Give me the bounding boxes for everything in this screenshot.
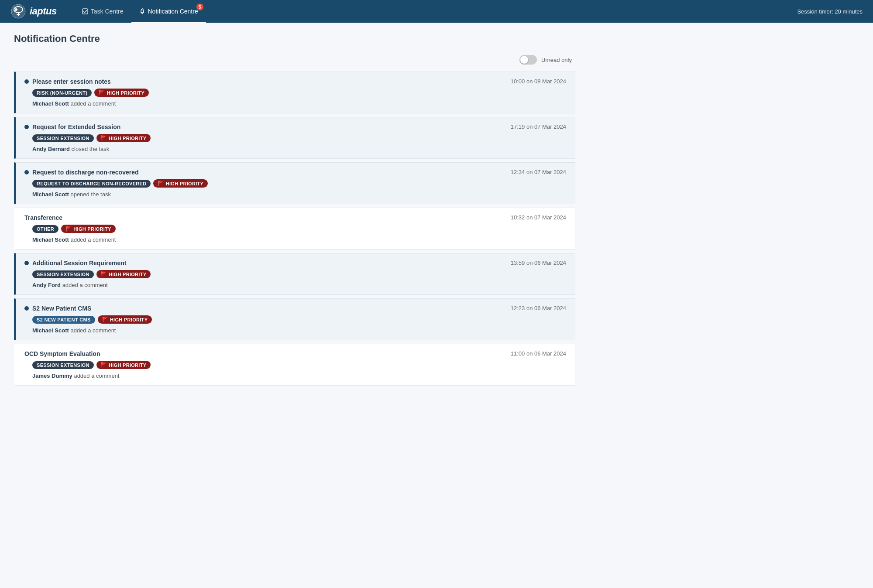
unread-dot	[24, 261, 29, 265]
notification-body: Michael Scott added a comment	[32, 327, 566, 334]
notification-title: Additional Session Requirement	[32, 260, 126, 267]
notification-body: Michael Scott added a comment	[32, 236, 566, 243]
task-centre-label: Task Centre	[91, 8, 124, 15]
logo-area: iaptus	[10, 3, 57, 19]
notification-time: 10:32 on 07 Mar 2024	[511, 214, 566, 221]
notification-title: Request for Extended Session	[32, 123, 120, 130]
checkbox-icon	[82, 8, 88, 14]
body-action: added a comment	[70, 236, 116, 243]
page-title: Notification Centre	[14, 33, 575, 44]
main-content: Notification Centre Unread only Please e…	[0, 23, 589, 400]
tag-priority: 🚩HIGH PRIORITY	[61, 225, 116, 233]
tag-category: REQUEST TO DISCHARGE NON-RECOVERED	[32, 180, 151, 188]
body-action: added a comment	[70, 327, 116, 334]
notification-body: Andy Ford added a comment	[32, 282, 566, 288]
body-action: added a comment	[70, 100, 116, 107]
notification-header: S2 New Patient CMS 12:23 on 06 Mar 2024	[24, 305, 566, 312]
tag-priority: 🚩HIGH PRIORITY	[96, 270, 151, 278]
notification-item[interactable]: S2 New Patient CMS 12:23 on 06 Mar 2024 …	[14, 298, 575, 340]
notification-header: Additional Session Requirement 13:59 on …	[24, 260, 566, 267]
notification-title-row: OCD Symptom Evaluation	[24, 350, 100, 357]
tag-priority: 🚩HIGH PRIORITY	[153, 179, 208, 188]
bell-icon	[139, 8, 145, 15]
tag-other: OTHER	[32, 225, 58, 233]
notification-title-row: Request for Extended Session	[24, 123, 120, 130]
notification-body: James Dummy added a comment	[32, 373, 566, 379]
body-name: Michael Scott	[32, 236, 69, 243]
body-action: added a comment	[62, 282, 108, 288]
flag-icon: 🚩	[99, 90, 105, 96]
notification-title: Transference	[24, 214, 62, 221]
body-name: Michael Scott	[32, 100, 69, 107]
notification-body: Michael Scott opened the task	[32, 191, 566, 198]
tag-s2: S2 NEW PATIENT CMS	[32, 316, 95, 324]
body-name: Michael Scott	[32, 191, 69, 198]
notification-item[interactable]: Additional Session Requirement 13:59 on …	[14, 253, 575, 295]
body-name: Andy Bernard	[32, 146, 70, 152]
notification-header: Transference 10:32 on 07 Mar 2024	[24, 214, 566, 221]
unread-dot	[24, 125, 29, 129]
notification-title-row: Please enter session notes	[24, 78, 111, 85]
logo-icon	[10, 3, 26, 19]
tag-category: RISK (NON-URGENT)	[32, 89, 92, 97]
notification-title-row: Additional Session Requirement	[24, 260, 126, 267]
notification-time: 12:23 on 06 Mar 2024	[511, 305, 566, 311]
nav-task-centre[interactable]: Task Centre	[74, 0, 131, 23]
notification-title-row: Request to discharge non-recovered	[24, 169, 139, 176]
notification-centre-label: Notification Centre	[148, 8, 198, 15]
notification-title: Please enter session notes	[32, 78, 111, 85]
notification-title: S2 New Patient CMS	[32, 305, 91, 312]
body-action: closed the task	[72, 146, 110, 152]
notification-tags: SESSION EXTENSION 🚩HIGH PRIORITY	[32, 134, 566, 142]
notification-time: 11:00 on 06 Mar 2024	[511, 350, 566, 357]
flag-icon: 🚩	[158, 181, 164, 186]
notification-body: Andy Bernard closed the task	[32, 146, 566, 152]
notification-item[interactable]: OCD Symptom Evaluation 11:00 on 06 Mar 2…	[14, 344, 575, 386]
flag-icon: 🚩	[101, 135, 107, 141]
notification-item[interactable]: Request for Extended Session 17:19 on 07…	[14, 117, 575, 159]
notification-item[interactable]: Transference 10:32 on 07 Mar 2024 OTHER …	[14, 208, 575, 250]
flag-icon: 🚩	[65, 226, 72, 232]
notification-header: Please enter session notes 10:00 on 08 M…	[24, 78, 566, 85]
notification-header: Request for Extended Session 17:19 on 07…	[24, 123, 566, 130]
svg-rect-3	[82, 9, 88, 14]
unread-only-toggle[interactable]	[519, 55, 537, 65]
tag-priority: 🚩HIGH PRIORITY	[96, 361, 151, 369]
notification-body: Michael Scott added a comment	[32, 100, 566, 107]
unread-dot	[24, 79, 29, 84]
nav-notification-centre[interactable]: Notification Centre 5	[131, 0, 206, 23]
unread-dot	[24, 306, 29, 311]
notification-tags: SESSION EXTENSION 🚩HIGH PRIORITY	[32, 270, 566, 278]
notification-title: Request to discharge non-recovered	[32, 169, 139, 176]
body-name: Andy Ford	[32, 282, 61, 288]
notification-time: 10:00 on 08 Mar 2024	[511, 78, 566, 85]
notification-title-row: S2 New Patient CMS	[24, 305, 91, 312]
flag-icon: 🚩	[101, 362, 107, 368]
body-action: added a comment	[74, 373, 119, 379]
unread-dot	[24, 170, 29, 174]
body-action: opened the task	[70, 191, 111, 198]
notification-header: OCD Symptom Evaluation 11:00 on 06 Mar 2…	[24, 350, 566, 357]
notification-tags: S2 NEW PATIENT CMS 🚩HIGH PRIORITY	[32, 315, 566, 324]
tag-priority: 🚩HIGH PRIORITY	[98, 315, 152, 324]
notification-time: 17:19 on 07 Mar 2024	[511, 123, 566, 130]
notification-tags: OTHER 🚩HIGH PRIORITY	[32, 225, 566, 233]
nav: Task Centre Notification Centre 5	[74, 0, 797, 23]
flag-icon: 🚩	[102, 317, 108, 322]
tag-category: SESSION EXTENSION	[32, 134, 94, 142]
notification-list: Please enter session notes 10:00 on 08 M…	[14, 72, 575, 389]
notification-tags: REQUEST TO DISCHARGE NON-RECOVERED 🚩HIGH…	[32, 179, 566, 188]
notification-time: 13:59 on 06 Mar 2024	[511, 260, 566, 266]
tag-category: SESSION EXTENSION	[32, 361, 94, 369]
notification-badge: 5	[196, 3, 203, 10]
notification-item[interactable]: Request to discharge non-recovered 12:34…	[14, 162, 575, 204]
notification-title: OCD Symptom Evaluation	[24, 350, 100, 357]
toggle-label: Unread only	[541, 57, 572, 63]
body-name: James Dummy	[32, 373, 72, 379]
notification-header: Request to discharge non-recovered 12:34…	[24, 169, 566, 176]
notification-time: 12:34 on 07 Mar 2024	[511, 169, 566, 175]
flag-icon: 🚩	[101, 271, 107, 277]
tag-priority: 🚩HIGH PRIORITY	[96, 134, 151, 142]
tag-category: SESSION EXTENSION	[32, 270, 94, 278]
notification-item[interactable]: Please enter session notes 10:00 on 08 M…	[14, 72, 575, 113]
